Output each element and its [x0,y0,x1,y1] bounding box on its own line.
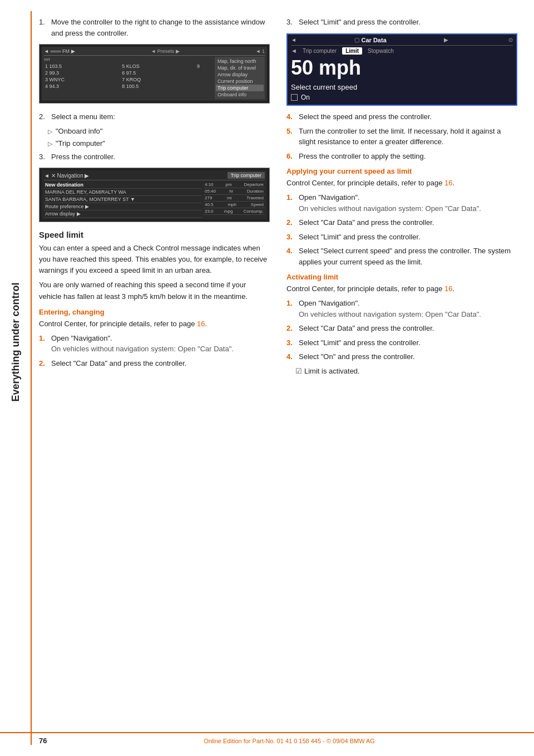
right-step-5-num: 5. [286,126,295,148]
nav-right-row: 4:10pmDeparture [204,181,265,188]
right-step-5: 5. Turn the controller to set the limit.… [286,126,517,148]
car-select-label: Select current speed [291,81,513,92]
checkmark-icon: ☑ [295,366,302,377]
fm-icon: ◄ 1 [256,48,265,54]
applying-subtitle: Applying your current speed as limit [286,167,517,175]
applying-step-3-text: Select "Limit" and press the controller. [299,232,421,243]
fm-set: set [44,57,214,62]
fm-menu-item: Arrow display [216,71,264,78]
entering-text-1b: . [205,320,207,328]
sub-step-2: ▷ "Trip computer" [48,138,270,149]
table-row: 3 WNYC7 KROQ [44,76,214,83]
applying-step-1-text: Open "Navigation". [299,192,481,203]
car-arrow-left: ◄ [291,37,296,43]
nav-row: Route preference ▶ [44,203,202,210]
fm-stations: set 1 103.55 KLOS9 2 99.36 97.5 3 WNYC7 … [44,57,214,99]
applying-text: Control Center, for principle details, r… [286,178,517,189]
table-row: 1 103.55 KLOS9 [44,63,214,70]
nav-row: New destination [44,181,202,189]
page-footer: 76 Online Edition for Part-No. 01 41 0 1… [0,732,534,745]
fm-screen-box: ◄ ═══ FM ▶ ◄ Presets ▶ ◄ 1 set 1 103.55 … [39,44,270,104]
left-column: 1. Move the controller to the right to c… [39,17,270,376]
car-header-center: ▢ Car Data [354,37,387,43]
applying-step-4-text: Select "Select current speed" and press … [299,246,517,267]
activating-step-4-text: Select "On" and press the controller. [299,351,415,362]
sidebar-rule [31,11,32,745]
step-2-text: Select a menu item: [51,111,115,122]
fm-menu-item-selected: Trip computer [216,85,264,91]
entering-changing-subtitle: Entering, changing [39,308,270,316]
right-step-6-num: 6. [286,151,295,162]
nav-body: New destination MARINA DEL REY, ADMIRALT… [44,181,265,218]
activating-step-1-num: 1. [286,298,295,320]
back-arrow: ◄ [291,47,297,54]
fm-stations-table: 1 103.55 KLOS9 2 99.36 97.5 3 WNYC7 KROQ… [44,63,214,90]
right-column: 3. Select "Limit" and press the controll… [286,17,517,376]
step-1: 1. Move the controller to the right to c… [39,17,270,38]
right-step-4-num: 4. [286,111,295,122]
applying-step-4-num: 4. [286,246,295,267]
entering-step-1-num: 1. [39,333,48,355]
entering-step-2-text: Select "Car Data" and press the controll… [51,358,186,369]
sub-step-2-text: "Trip computer" [56,138,105,149]
step-2: 2. Select a menu item: [39,111,270,122]
checkbox-icon [291,94,298,101]
nav-right: 4:10pmDeparture 05:40hrDuration 279miTra… [204,181,265,218]
entering-step-1-text: Open "Navigation". [51,333,234,344]
step-1-num: 1. [39,17,48,38]
activating-step-1: 1. Open "Navigation". On vehicles withou… [286,298,517,320]
nav-right-row: 23.0mpgConsump. [204,208,265,215]
nav-row: MARINA DEL REY, ADMIRALTY WA [44,189,202,196]
nav-right-row: 05:40hrDuration [204,188,265,195]
fm-presets: ◄ Presets ▶ [151,48,179,54]
entering-text-1: Control Center, for principle details, r… [39,320,195,328]
nav-screen-box: ◄ ✕ Navigation ▶ Trip computer New desti… [39,168,270,222]
speed-limit-body2: You are only warned of reaching this spe… [39,279,270,302]
nav-tab-trip: Trip computer [228,172,265,179]
tab-limit: Limit [342,47,362,55]
fm-menu-item: Map, facing north [216,58,264,65]
entering-step-1-content: Open "Navigation". On vehicles without n… [51,333,234,355]
arrow-icon: ▷ [48,126,52,137]
battery-icon: ▢ [354,37,359,43]
car-data-title: Car Data [362,37,387,43]
applying-step-1-sub: On vehicles without navigation system: O… [299,203,481,214]
activating-step-1-sub: On vehicles without navigation system: O… [299,309,481,320]
right-step-3-num: 3. [286,17,295,28]
activating-step-1-text: Open "Navigation". [299,298,481,309]
fm-body: set 1 103.55 KLOS9 2 99.36 97.5 3 WNYC7 … [44,57,265,99]
right-step-3: 3. Select "Limit" and press the controll… [286,17,517,28]
activating-step-4: 4. Select "On" and press the controller. [286,351,517,362]
step-3-num: 3. [39,151,48,163]
speed-limit-body1: You can enter a speed and a Check Contro… [39,243,270,276]
nav-right-row: 279miTraveled [204,195,265,202]
activating-text: Control Center, for principle details, r… [286,283,517,294]
fm-menu-item: Current position [216,78,264,85]
activating-step-1-content: Open "Navigation". On vehicles without n… [299,298,481,320]
right-step-6-text: Press the controller to apply the settin… [299,151,426,162]
activating-step-3-num: 3. [286,337,295,348]
activating-result: ☑ Limit is activated. [295,366,517,377]
applying-step-3-num: 3. [286,232,295,243]
right-step-3-text: Select "Limit" and press the controller. [299,17,421,28]
entering-step-1: 1. Open "Navigation". On vehicles withou… [39,333,270,355]
activating-text-1: Control Center, for principle details, r… [286,284,442,293]
entering-step-2: 2. Select "Car Data" and press the contr… [39,358,270,369]
applying-link-1: 16 [444,179,452,187]
applying-step-2-num: 2. [286,217,295,228]
arrow-icon: ▷ [48,138,52,149]
car-arrow-right: ▶ [444,37,448,43]
table-row: 4 94.38 100.5 [44,83,214,90]
applying-step-1-num: 1. [286,192,295,214]
fm-menu-item: Map, dir. of travel [216,65,264,71]
activating-step-3: 3. Select "Limit" and press the controll… [286,337,517,348]
nav-header-left: ◄ ✕ Navigation ▶ [44,173,89,179]
table-row: 2 99.36 97.5 [44,70,214,76]
car-data-screen: ◄ ▢ Car Data ▶ ⊙ ◄ Trip computer Limit S… [286,33,517,106]
applying-step-2-text: Select "Car Data" and press the controll… [299,217,434,228]
applying-step-2: 2. Select "Car Data" and press the contr… [286,217,517,228]
right-step-4-text: Select the speed and press the controlle… [299,111,432,122]
nav-header: ◄ ✕ Navigation ▶ Trip computer [44,172,265,180]
fm-menu: Map, facing north Map, dir. of travel Ar… [215,57,265,99]
activating-step-2-num: 2. [286,323,295,334]
